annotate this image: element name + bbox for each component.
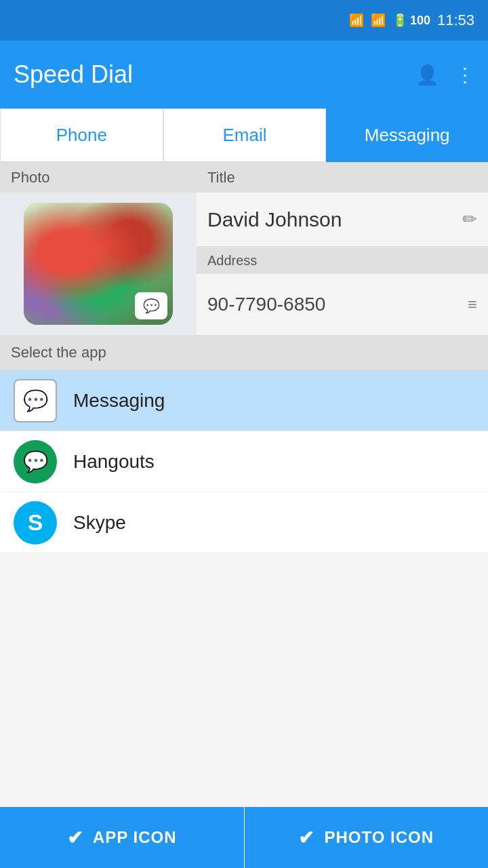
- messaging-badge-icon: 💬: [135, 292, 167, 319]
- signal-icon: 📶: [371, 13, 386, 28]
- address-label: Address: [197, 247, 488, 274]
- app-item-messaging[interactable]: 💬 Messaging: [0, 370, 488, 431]
- contact-area: 💬 David Johnson ✏ Address 90-7790-6850 ≡: [0, 193, 488, 335]
- skype-app-name: Skype: [73, 512, 126, 534]
- photo-section: 💬: [0, 193, 197, 335]
- battery-level: 100: [410, 14, 430, 28]
- tab-messaging[interactable]: Messaging: [326, 108, 488, 162]
- wifi-icon: 📶: [349, 13, 364, 28]
- app-title: Speed Dial: [14, 60, 415, 89]
- main-content: Photo Title 💬 David Johnson ✏ Address 90…: [0, 163, 488, 807]
- photo-label: Photo: [0, 163, 197, 193]
- column-labels: Photo Title: [0, 163, 488, 193]
- app-list: 💬 Messaging 💬 Hangouts S Skype: [0, 370, 488, 553]
- status-bar: 📶 📶 🔋100 11:53: [0, 0, 488, 41]
- clock: 11:53: [437, 12, 474, 29]
- title-section: David Johnson ✏ Address 90-7790-6850 ≡: [197, 193, 488, 335]
- contact-photo[interactable]: 💬: [24, 203, 173, 325]
- contact-name: David Johnson: [207, 208, 462, 231]
- hangouts-app-name: Hangouts: [73, 451, 155, 473]
- edit-icon[interactable]: ✏: [462, 209, 477, 230]
- app-icon-check: ✔: [67, 827, 83, 849]
- app-item-skype[interactable]: S Skype: [0, 492, 488, 553]
- list-icon[interactable]: ≡: [468, 295, 477, 314]
- contact-name-row: David Johnson ✏: [197, 193, 488, 247]
- address-value: 90-7790-6850: [207, 294, 468, 315]
- empty-space: [0, 553, 488, 807]
- messaging-app-icon: 💬: [14, 379, 57, 422]
- select-app-label: Select the app: [0, 335, 488, 370]
- tab-phone[interactable]: Phone: [0, 108, 163, 162]
- messaging-app-name: Messaging: [73, 390, 165, 412]
- app-icon-button[interactable]: ✔ APP ICON: [0, 807, 244, 868]
- battery-indicator: 🔋100: [392, 13, 430, 28]
- title-label: Title: [197, 163, 488, 193]
- app-item-hangouts[interactable]: 💬 Hangouts: [0, 431, 488, 492]
- contact-icon[interactable]: 👤: [415, 64, 439, 86]
- hangouts-app-icon: 💬: [14, 440, 57, 484]
- tab-email[interactable]: Email: [163, 108, 327, 162]
- app-header: Speed Dial 👤 ⋮: [0, 41, 488, 108]
- bottom-buttons: ✔ APP ICON ✔ PHOTO ICON: [0, 807, 488, 868]
- photo-icon-button[interactable]: ✔ PHOTO ICON: [245, 807, 489, 868]
- app-icon-label: APP ICON: [93, 828, 177, 847]
- photo-icon-label: PHOTO ICON: [324, 828, 434, 847]
- skype-app-icon: S: [14, 501, 57, 545]
- more-options-icon[interactable]: ⋮: [455, 64, 474, 86]
- tabs-bar: Phone Email Messaging: [0, 108, 488, 163]
- photo-icon-check: ✔: [298, 827, 314, 849]
- address-row: 90-7790-6850 ≡: [197, 274, 488, 335]
